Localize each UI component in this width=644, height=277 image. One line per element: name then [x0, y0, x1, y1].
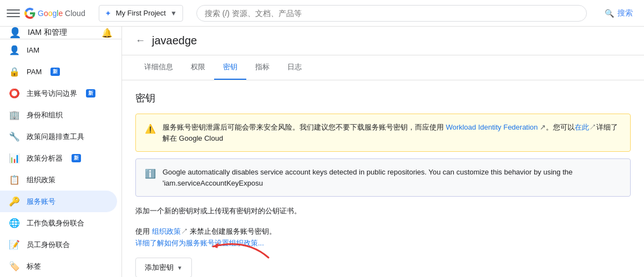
sidebar-item-identity-org[interactable]: 🏢 身份和组织 — [0, 104, 121, 126]
project-star-icon: ✦ — [105, 9, 111, 18]
pam-icon: 🔒 — [9, 66, 20, 77]
tab-metrics[interactable]: 指标 — [246, 55, 278, 80]
content-body: 密钥 ⚠️ 服务账号密钥泄露后可能会带来安全风险。我们建议您不要下载服务账号密钥… — [122, 80, 644, 277]
policy-troubleshoot-icon: 🔧 — [9, 131, 20, 142]
info-text-1: 添加一个新的密钥对或上传现有密钥对的公钥证书。 — [135, 206, 631, 217]
search-button[interactable]: 🔍 搜索 — [600, 6, 637, 20]
project-dropdown-arrow: ▼ — [170, 9, 177, 17]
tab-keys[interactable]: 密钥 — [214, 55, 246, 80]
sidebar-header: 👤 IAM 和管理 🔔 — [0, 27, 121, 39]
main-layout: 👤 IAM 和管理 🔔 👤 IAM 🔒 PAM 新 ⭕ 主账号访问边界 新 🏢 … — [0, 27, 644, 277]
notification-bell-icon[interactable]: 🔔 — [102, 28, 113, 38]
learn-more-org-policy-link[interactable]: 详细了解如何为服务账号设置组织政策... — [135, 239, 264, 247]
project-name-label: My First Project — [116, 9, 166, 17]
policy-analyzer-badge: 新 — [72, 154, 81, 162]
add-key-container: 添加密钥 ▼ — [135, 258, 192, 277]
page-title: javaedge — [152, 34, 197, 47]
policy-analyzer-icon: 📊 — [9, 153, 20, 163]
policy-links: 使用 组织政策↗ 来禁止创建服务账号密钥。 详细了解如何为服务账号设置组织政策.… — [135, 226, 631, 249]
search-bar[interactable] — [196, 5, 587, 22]
cloud-logo-svg — [24, 8, 36, 19]
warning-alert: ⚠️ 服务账号密钥泄露后可能会带来安全风险。我们建议您不要下载服务账号密钥，而应… — [135, 114, 631, 152]
workload-identity-link[interactable]: Workload Identity Federation — [446, 123, 538, 131]
info-alert-text: Google automatically disables service ac… — [163, 167, 621, 188]
search-icon: 🔍 — [605, 9, 614, 18]
iam-icon: 👤 — [9, 45, 20, 55]
access-boundary-badge: 新 — [86, 89, 95, 98]
section-title: 密钥 — [135, 91, 631, 105]
sidebar-item-tags[interactable]: 🏷️ 标签 — [0, 255, 121, 277]
tags-icon: 🏷️ — [9, 261, 20, 271]
service-accounts-icon: 🔑 — [9, 196, 20, 207]
org-policy-link[interactable]: 组织政策 — [152, 227, 181, 235]
tab-details[interactable]: 详细信息 — [135, 55, 182, 80]
content-area: ← javaedge 详细信息 权限 密钥 指标 日志 密钥 ⚠️ 服务账号密钥… — [122, 27, 644, 277]
sidebar-item-policy-analyzer[interactable]: 📊 政策分析器 新 — [0, 147, 121, 169]
tab-permissions[interactable]: 权限 — [182, 55, 214, 80]
iam-header-icon: 👤 — [9, 27, 21, 39]
org-policy-icon: 📋 — [9, 175, 20, 185]
google-cloud-text: Google Cloud — [38, 9, 85, 18]
learn-more-link[interactable]: 在此 — [575, 123, 589, 131]
sidebar-title: IAM 和管理 — [28, 28, 67, 38]
project-selector[interactable]: ✦ My First Project ▼ — [99, 5, 183, 22]
back-arrow-icon[interactable]: ← — [135, 35, 145, 47]
topbar: Google Cloud ✦ My First Project ▼ 🔍 搜索 — [0, 0, 644, 27]
workforce-identity-icon: 📝 — [9, 239, 20, 250]
identity-org-icon: 🏢 — [9, 110, 20, 120]
sidebar-item-org-policy[interactable]: 📋 组织政策 — [0, 169, 121, 191]
sidebar-item-workload-identity[interactable]: 🌐 工作负载身份联合 — [0, 212, 121, 234]
sidebar: 👤 IAM 和管理 🔔 👤 IAM 🔒 PAM 新 ⭕ 主账号访问边界 新 🏢 … — [0, 27, 122, 277]
sidebar-item-iam[interactable]: 👤 IAM — [0, 39, 121, 61]
google-cloud-logo: Google Cloud — [24, 8, 85, 19]
access-boundary-icon: ⭕ — [9, 88, 20, 99]
sidebar-item-access-boundary[interactable]: ⭕ 主账号访问边界 新 — [0, 83, 121, 104]
tab-bar: 详细信息 权限 密钥 指标 日志 — [122, 55, 644, 80]
warning-text: 服务账号密钥泄露后可能会带来安全风险。我们建议您不要下载服务账号密钥，而应使用 … — [163, 122, 621, 143]
warning-triangle-icon: ⚠️ — [145, 122, 156, 136]
tab-logs[interactable]: 日志 — [278, 55, 311, 80]
add-key-dropdown-caret: ▼ — [177, 265, 182, 271]
sidebar-item-workforce-identity[interactable]: 📝 员工身份联合 — [0, 234, 121, 255]
pam-badge: 新 — [50, 68, 60, 76]
add-key-button[interactable]: 添加密钥 ▼ — [135, 258, 192, 277]
search-input[interactable] — [205, 9, 579, 18]
sidebar-item-pam[interactable]: 🔒 PAM 新 — [0, 61, 121, 83]
info-circle-icon: ℹ️ — [145, 167, 156, 181]
sidebar-item-policy-troubleshoot[interactable]: 🔧 政策问题排查工具 — [0, 126, 121, 147]
content-header: ← javaedge — [122, 27, 644, 55]
info-alert: ℹ️ Google automatically disables service… — [135, 158, 631, 197]
sidebar-item-service-accounts[interactable]: 🔑 服务账号 — [0, 191, 117, 212]
workload-identity-icon: 🌐 — [9, 218, 20, 228]
hamburger-menu-icon[interactable] — [7, 7, 20, 20]
